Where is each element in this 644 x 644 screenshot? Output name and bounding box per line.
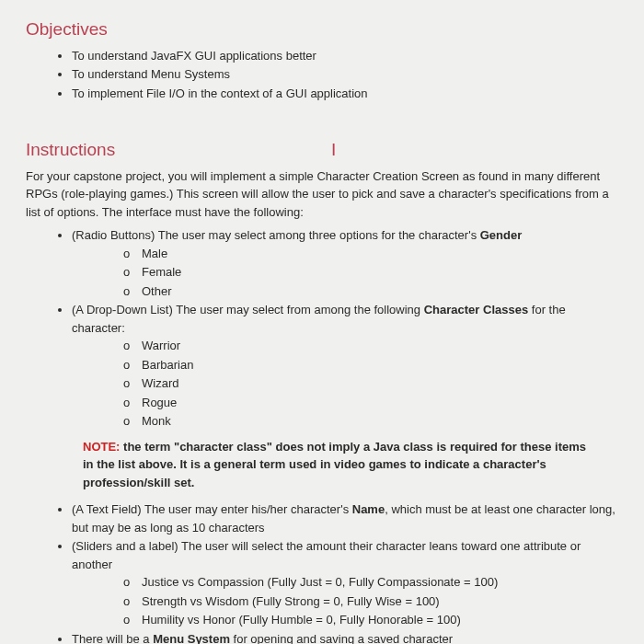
gender-options: Male Female Other (72, 245, 618, 301)
objectives-section: Objectives To understand JavaFX GUI appl… (26, 17, 618, 102)
list-item: Justice vs Compassion (Fully Just = 0, F… (123, 573, 618, 592)
list-item: (Sliders and a label) The user will sele… (72, 537, 618, 629)
class-bold: Character Classes (424, 303, 528, 316)
menu-text-pre: There will be a (72, 632, 153, 645)
list-item: Strength vs Wisdom (Fully Strong = 0, Fu… (123, 592, 618, 611)
name-bold: Name (352, 502, 385, 516)
text-cursor: I (115, 137, 336, 164)
list-item: There will be a Menu System for opening … (72, 630, 618, 645)
note-label: NOTE: (83, 440, 120, 454)
menu-bold: Menu System (153, 632, 230, 645)
instructions-section: InstructionsI For your capstone project,… (26, 137, 618, 644)
list-item: To understand JavaFX GUI applications be… (72, 47, 618, 65)
requirements-list-cont: (A Text Field) The user may enter his/he… (26, 500, 618, 644)
note-text: the term "character class" does not impl… (83, 440, 586, 489)
objectives-list: To understand JavaFX GUI applications be… (26, 47, 618, 103)
note-block: NOTE: the term "character class" does no… (26, 438, 618, 492)
name-text-pre: (A Text Field) The user may enter his/he… (72, 502, 352, 516)
sliders-text: (Sliders and a label) The user will sele… (72, 539, 581, 571)
list-item: Warrior (123, 337, 618, 355)
list-item: Monk (123, 412, 618, 431)
list-item: Female (123, 263, 618, 282)
class-options: Warrior Barbarian Wizard Rogue Monk (72, 337, 618, 431)
class-text-pre: (A Drop-Down List) The user may select f… (72, 303, 424, 316)
list-item: Wizard (123, 374, 618, 393)
list-item: (A Drop-Down List) The user may select f… (72, 301, 618, 431)
list-item: (A Text Field) The user may enter his/he… (72, 500, 618, 536)
list-item: To understand Menu Systems (72, 65, 618, 84)
slider-options: Justice vs Compassion (Fully Just = 0, F… (72, 573, 618, 629)
list-item: Rogue (123, 394, 618, 412)
list-item: (Radio Buttons) The user may select amon… (72, 226, 618, 300)
list-item: Barbarian (123, 356, 618, 374)
instructions-heading: InstructionsI (26, 137, 618, 164)
gender-bold: Gender (480, 228, 523, 242)
list-item: To implement File I/O in the context of … (72, 85, 618, 103)
requirements-list: (Radio Buttons) The user may select amon… (26, 226, 618, 431)
objectives-heading: Objectives (26, 17, 618, 43)
list-item: Humility vs Honor (Fully Humble = 0, Ful… (123, 611, 618, 629)
list-item: Other (123, 282, 618, 301)
heading-text: Instructions (26, 140, 115, 159)
instructions-intro: For your capstone project, you will impl… (26, 167, 618, 222)
menu-text-post: for opening and saving a saved character (230, 632, 453, 645)
list-item: Male (123, 245, 618, 263)
gender-text-pre: (Radio Buttons) The user may select amon… (72, 228, 480, 242)
